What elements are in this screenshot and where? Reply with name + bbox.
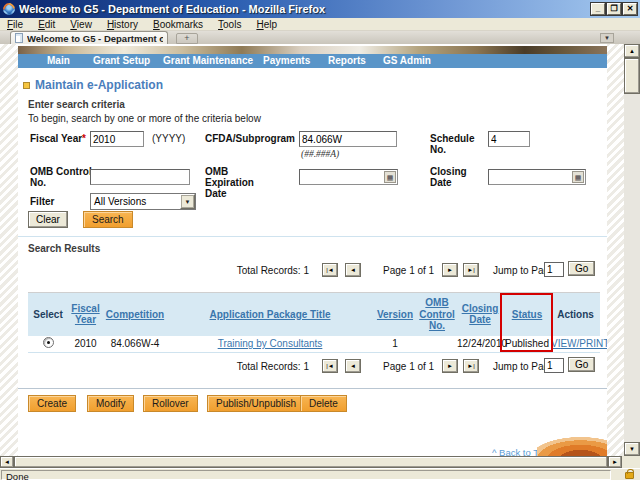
search-button[interactable]: Search [83,211,133,228]
lock-icon [625,472,634,479]
close-button[interactable]: ✕ [623,3,637,15]
required-mark: * [82,133,86,144]
next-page-button[interactable]: ► [442,263,458,277]
last-page-button[interactable]: ►| [463,263,479,277]
delete-button[interactable]: Delete [300,395,347,412]
browser-window: Welcome to G5 - Department of Education … [0,0,640,480]
col-actions: Actions [551,293,600,336]
schedule-no-input[interactable] [488,131,530,147]
nav-main[interactable]: Main [47,54,70,68]
cell-fiscal-year: 2010 [68,336,103,353]
search-criteria-heading: Enter search criteria [28,99,125,110]
status-column-highlight [500,293,553,352]
scroll-right-icon[interactable]: ► [608,456,622,468]
col-version[interactable]: Version [373,293,417,336]
scroll-down-icon[interactable]: ▼ [624,442,640,456]
schedule-no-label: Schedule No. [430,133,482,155]
filter-select[interactable]: All Versions ▼ [90,193,196,210]
fiscal-year-hint: (YYYY) [152,133,185,144]
menu-view[interactable]: View [70,19,92,30]
cfda-label: CFDA/Subprogram [205,133,295,144]
cell-competition: 84.066W-4 [103,336,167,353]
total-records: Total Records: 1 [233,265,309,276]
menu-edit[interactable]: Edit [38,19,55,30]
view-print-link[interactable]: VIEW/PRINT [551,338,607,349]
jump-to-page-input[interactable] [544,358,564,373]
go-button[interactable]: Go [568,261,595,276]
section-divider [18,236,607,237]
scroll-up-icon[interactable]: ▲ [624,44,640,58]
nav-reports[interactable]: Reports [328,54,366,68]
first-page-button[interactable]: |◄ [322,263,338,277]
clear-button[interactable]: Clear [28,211,68,228]
first-page-button[interactable]: |◄ [322,359,338,373]
col-omb-control-no[interactable]: OMB Control No. [417,293,457,336]
jump-to-page-input[interactable] [544,262,564,277]
page-icon [15,33,23,43]
publish-unpublish-button[interactable]: Publish/Unpublish [207,395,305,412]
decorative-footer-image [537,436,607,456]
maximize-button[interactable]: ❐ [607,3,621,15]
menu-history[interactable]: History [107,19,138,30]
page-title: Maintain e-Application [35,78,163,92]
menu-bookmarks[interactable]: Bookmarks [153,19,203,30]
chevron-down-icon[interactable]: ▼ [180,194,195,209]
nav-payments[interactable]: Payments [263,54,310,68]
nav-gs-admin[interactable]: GS Admin [383,54,431,68]
minimize-button[interactable]: _ [591,3,605,15]
vertical-scrollbar[interactable]: ▲ ▼ [624,44,640,456]
prev-page-button[interactable]: ◄ [345,263,361,277]
next-page-button[interactable]: ► [442,359,458,373]
fiscal-year-label: Fiscal Year* [30,133,86,144]
nav-grant-setup[interactable]: Grant Setup [93,54,150,68]
omb-expiration-label: OMB Expiration Date [205,166,277,199]
modify-button[interactable]: Modify [87,395,134,412]
scrollbar-corner [622,456,640,468]
calendar-icon[interactable]: ▦ [572,171,584,183]
page-indicator: Page 1 of 1 [383,361,434,372]
rollover-button[interactable]: Rollover [143,395,198,412]
nav-grant-maintenance[interactable]: Grant Maintenance [163,54,253,68]
scrollbar-thumb[interactable] [14,456,608,468]
new-tab-button[interactable]: + [176,33,198,44]
prev-page-button[interactable]: ◄ [345,359,361,373]
page-indicator: Page 1 of 1 [383,265,434,276]
omb-expiration-input[interactable]: ▦ [299,169,398,185]
status-bar: Done [0,468,640,480]
menu-file[interactable]: File [7,19,23,30]
firefox-icon [1,1,18,18]
col-competition[interactable]: Competition [103,293,167,336]
window-title: Welcome to G5 - Department of Education … [19,3,591,15]
menu-help[interactable]: Help [256,19,277,30]
menu-bar: File Edit View History Bookmarks Tools H… [0,18,640,31]
header-banner-image [18,46,607,54]
omb-control-input[interactable] [90,169,190,185]
omb-control-label: OMB Control No. [30,166,92,188]
list-tabs-icon[interactable]: ▼ [600,33,614,43]
menu-tools[interactable]: Tools [218,19,241,30]
fiscal-year-input[interactable] [90,131,144,147]
status-text: Done [6,471,29,480]
cfda-hint: (##.###A) [301,149,339,159]
col-application-package-title[interactable]: Application Package Title [167,293,373,336]
horizontal-scrollbar[interactable]: ◄ ► [0,456,622,468]
create-button[interactable]: Create [28,395,76,412]
col-closing-date[interactable]: Closing Date [457,293,503,336]
page-viewport: Main Grant Setup Grant Maintenance Payme… [0,44,624,456]
filter-selected-value: All Versions [91,196,180,207]
col-select: Select [28,293,68,336]
closing-date-input[interactable]: ▦ [488,169,586,185]
filter-label: Filter [30,196,54,207]
go-button[interactable]: Go [568,357,595,372]
last-page-button[interactable]: ►| [463,359,479,373]
active-tab[interactable]: Welcome to G5 - Department of Edu... [10,31,168,44]
col-fiscal-year[interactable]: Fiscal Year [68,293,103,336]
cfda-input[interactable] [299,131,397,147]
calendar-icon[interactable]: ▦ [384,171,396,183]
select-radio[interactable] [43,337,54,348]
application-package-link[interactable]: Training by Consultants [218,338,323,349]
cell-version: 1 [373,336,417,353]
cell-omb-control [417,336,457,353]
scroll-left-icon[interactable]: ◄ [0,456,14,468]
scrollbar-thumb[interactable] [624,58,640,94]
